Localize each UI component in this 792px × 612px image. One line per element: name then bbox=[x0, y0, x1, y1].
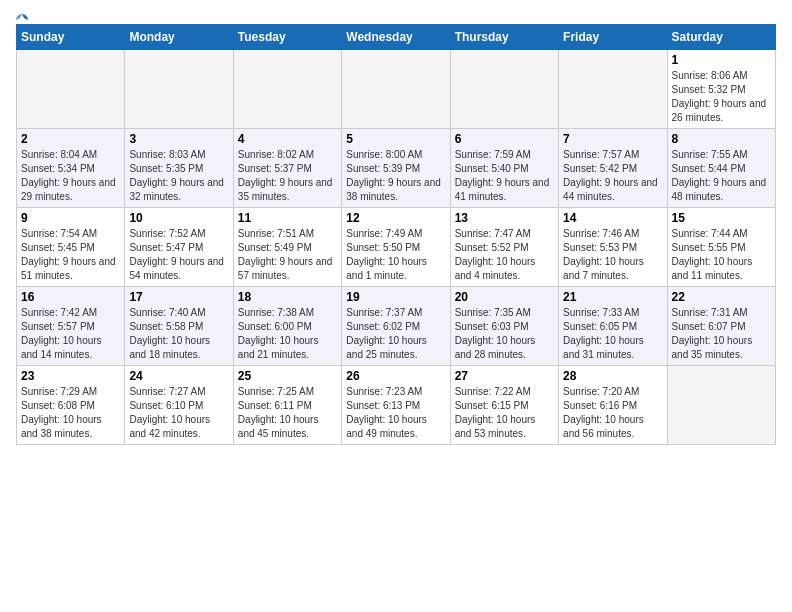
day-info: Sunrise: 7:52 AM Sunset: 5:47 PM Dayligh… bbox=[129, 227, 228, 283]
calendar-cell: 3Sunrise: 8:03 AM Sunset: 5:35 PM Daylig… bbox=[125, 129, 233, 208]
day-number: 11 bbox=[238, 211, 337, 225]
day-number: 4 bbox=[238, 132, 337, 146]
calendar-cell: 2Sunrise: 8:04 AM Sunset: 5:34 PM Daylig… bbox=[17, 129, 125, 208]
day-number: 27 bbox=[455, 369, 554, 383]
day-number: 26 bbox=[346, 369, 445, 383]
day-info: Sunrise: 7:20 AM Sunset: 6:16 PM Dayligh… bbox=[563, 385, 662, 441]
calendar-week-1: 1Sunrise: 8:06 AM Sunset: 5:32 PM Daylig… bbox=[17, 50, 776, 129]
day-info: Sunrise: 8:04 AM Sunset: 5:34 PM Dayligh… bbox=[21, 148, 120, 204]
calendar-cell: 9Sunrise: 7:54 AM Sunset: 5:45 PM Daylig… bbox=[17, 208, 125, 287]
calendar-cell: 15Sunrise: 7:44 AM Sunset: 5:55 PM Dayli… bbox=[667, 208, 775, 287]
calendar-week-5: 23Sunrise: 7:29 AM Sunset: 6:08 PM Dayli… bbox=[17, 366, 776, 445]
day-info: Sunrise: 7:55 AM Sunset: 5:44 PM Dayligh… bbox=[672, 148, 771, 204]
day-header-tuesday: Tuesday bbox=[233, 25, 341, 50]
day-info: Sunrise: 7:38 AM Sunset: 6:00 PM Dayligh… bbox=[238, 306, 337, 362]
calendar-table: SundayMondayTuesdayWednesdayThursdayFrid… bbox=[16, 24, 776, 445]
calendar-cell bbox=[125, 50, 233, 129]
calendar-cell: 4Sunrise: 8:02 AM Sunset: 5:37 PM Daylig… bbox=[233, 129, 341, 208]
calendar-cell: 27Sunrise: 7:22 AM Sunset: 6:15 PM Dayli… bbox=[450, 366, 558, 445]
day-header-saturday: Saturday bbox=[667, 25, 775, 50]
calendar-cell: 26Sunrise: 7:23 AM Sunset: 6:13 PM Dayli… bbox=[342, 366, 450, 445]
calendar-cell bbox=[450, 50, 558, 129]
calendar-header-row: SundayMondayTuesdayWednesdayThursdayFrid… bbox=[17, 25, 776, 50]
day-number: 15 bbox=[672, 211, 771, 225]
day-number: 25 bbox=[238, 369, 337, 383]
calendar-week-4: 16Sunrise: 7:42 AM Sunset: 5:57 PM Dayli… bbox=[17, 287, 776, 366]
day-number: 5 bbox=[346, 132, 445, 146]
day-number: 6 bbox=[455, 132, 554, 146]
day-info: Sunrise: 8:06 AM Sunset: 5:32 PM Dayligh… bbox=[672, 69, 771, 125]
day-info: Sunrise: 7:49 AM Sunset: 5:50 PM Dayligh… bbox=[346, 227, 445, 283]
calendar-cell: 7Sunrise: 7:57 AM Sunset: 5:42 PM Daylig… bbox=[559, 129, 667, 208]
calendar-cell: 5Sunrise: 8:00 AM Sunset: 5:39 PM Daylig… bbox=[342, 129, 450, 208]
day-info: Sunrise: 7:35 AM Sunset: 6:03 PM Dayligh… bbox=[455, 306, 554, 362]
calendar-cell: 19Sunrise: 7:37 AM Sunset: 6:02 PM Dayli… bbox=[342, 287, 450, 366]
day-number: 18 bbox=[238, 290, 337, 304]
logo-bird-icon bbox=[14, 12, 30, 28]
calendar-cell: 16Sunrise: 7:42 AM Sunset: 5:57 PM Dayli… bbox=[17, 287, 125, 366]
day-number: 24 bbox=[129, 369, 228, 383]
day-header-monday: Monday bbox=[125, 25, 233, 50]
day-info: Sunrise: 7:57 AM Sunset: 5:42 PM Dayligh… bbox=[563, 148, 662, 204]
day-number: 2 bbox=[21, 132, 120, 146]
calendar-cell: 20Sunrise: 7:35 AM Sunset: 6:03 PM Dayli… bbox=[450, 287, 558, 366]
calendar-cell: 11Sunrise: 7:51 AM Sunset: 5:49 PM Dayli… bbox=[233, 208, 341, 287]
calendar-week-3: 9Sunrise: 7:54 AM Sunset: 5:45 PM Daylig… bbox=[17, 208, 776, 287]
calendar-cell bbox=[342, 50, 450, 129]
calendar-cell: 6Sunrise: 7:59 AM Sunset: 5:40 PM Daylig… bbox=[450, 129, 558, 208]
day-header-thursday: Thursday bbox=[450, 25, 558, 50]
day-info: Sunrise: 7:40 AM Sunset: 5:58 PM Dayligh… bbox=[129, 306, 228, 362]
day-info: Sunrise: 7:47 AM Sunset: 5:52 PM Dayligh… bbox=[455, 227, 554, 283]
day-info: Sunrise: 7:23 AM Sunset: 6:13 PM Dayligh… bbox=[346, 385, 445, 441]
calendar-cell: 22Sunrise: 7:31 AM Sunset: 6:07 PM Dayli… bbox=[667, 287, 775, 366]
day-info: Sunrise: 8:00 AM Sunset: 5:39 PM Dayligh… bbox=[346, 148, 445, 204]
day-info: Sunrise: 7:27 AM Sunset: 6:10 PM Dayligh… bbox=[129, 385, 228, 441]
calendar-week-2: 2Sunrise: 8:04 AM Sunset: 5:34 PM Daylig… bbox=[17, 129, 776, 208]
calendar-cell bbox=[17, 50, 125, 129]
calendar-cell: 13Sunrise: 7:47 AM Sunset: 5:52 PM Dayli… bbox=[450, 208, 558, 287]
calendar-cell: 24Sunrise: 7:27 AM Sunset: 6:10 PM Dayli… bbox=[125, 366, 233, 445]
day-number: 19 bbox=[346, 290, 445, 304]
day-info: Sunrise: 7:54 AM Sunset: 5:45 PM Dayligh… bbox=[21, 227, 120, 283]
day-number: 3 bbox=[129, 132, 228, 146]
day-info: Sunrise: 7:33 AM Sunset: 6:05 PM Dayligh… bbox=[563, 306, 662, 362]
calendar-cell: 12Sunrise: 7:49 AM Sunset: 5:50 PM Dayli… bbox=[342, 208, 450, 287]
calendar-cell: 28Sunrise: 7:20 AM Sunset: 6:16 PM Dayli… bbox=[559, 366, 667, 445]
calendar-cell: 18Sunrise: 7:38 AM Sunset: 6:00 PM Dayli… bbox=[233, 287, 341, 366]
day-info: Sunrise: 7:46 AM Sunset: 5:53 PM Dayligh… bbox=[563, 227, 662, 283]
day-info: Sunrise: 7:25 AM Sunset: 6:11 PM Dayligh… bbox=[238, 385, 337, 441]
day-info: Sunrise: 7:31 AM Sunset: 6:07 PM Dayligh… bbox=[672, 306, 771, 362]
day-header-wednesday: Wednesday bbox=[342, 25, 450, 50]
day-number: 12 bbox=[346, 211, 445, 225]
day-number: 23 bbox=[21, 369, 120, 383]
calendar-cell bbox=[667, 366, 775, 445]
day-number: 9 bbox=[21, 211, 120, 225]
day-info: Sunrise: 7:59 AM Sunset: 5:40 PM Dayligh… bbox=[455, 148, 554, 204]
calendar-cell bbox=[233, 50, 341, 129]
calendar-cell: 1Sunrise: 8:06 AM Sunset: 5:32 PM Daylig… bbox=[667, 50, 775, 129]
day-info: Sunrise: 7:42 AM Sunset: 5:57 PM Dayligh… bbox=[21, 306, 120, 362]
calendar-cell: 14Sunrise: 7:46 AM Sunset: 5:53 PM Dayli… bbox=[559, 208, 667, 287]
day-number: 21 bbox=[563, 290, 662, 304]
day-number: 13 bbox=[455, 211, 554, 225]
day-number: 20 bbox=[455, 290, 554, 304]
calendar-cell: 23Sunrise: 7:29 AM Sunset: 6:08 PM Dayli… bbox=[17, 366, 125, 445]
day-number: 7 bbox=[563, 132, 662, 146]
day-number: 28 bbox=[563, 369, 662, 383]
day-info: Sunrise: 7:22 AM Sunset: 6:15 PM Dayligh… bbox=[455, 385, 554, 441]
calendar-cell: 21Sunrise: 7:33 AM Sunset: 6:05 PM Dayli… bbox=[559, 287, 667, 366]
calendar-cell bbox=[559, 50, 667, 129]
day-number: 17 bbox=[129, 290, 228, 304]
day-info: Sunrise: 7:51 AM Sunset: 5:49 PM Dayligh… bbox=[238, 227, 337, 283]
calendar-cell: 17Sunrise: 7:40 AM Sunset: 5:58 PM Dayli… bbox=[125, 287, 233, 366]
day-info: Sunrise: 7:29 AM Sunset: 6:08 PM Dayligh… bbox=[21, 385, 120, 441]
calendar-cell: 25Sunrise: 7:25 AM Sunset: 6:11 PM Dayli… bbox=[233, 366, 341, 445]
day-number: 22 bbox=[672, 290, 771, 304]
day-number: 8 bbox=[672, 132, 771, 146]
day-number: 16 bbox=[21, 290, 120, 304]
day-header-friday: Friday bbox=[559, 25, 667, 50]
calendar-cell: 10Sunrise: 7:52 AM Sunset: 5:47 PM Dayli… bbox=[125, 208, 233, 287]
day-info: Sunrise: 8:02 AM Sunset: 5:37 PM Dayligh… bbox=[238, 148, 337, 204]
day-info: Sunrise: 7:44 AM Sunset: 5:55 PM Dayligh… bbox=[672, 227, 771, 283]
day-header-sunday: Sunday bbox=[17, 25, 125, 50]
